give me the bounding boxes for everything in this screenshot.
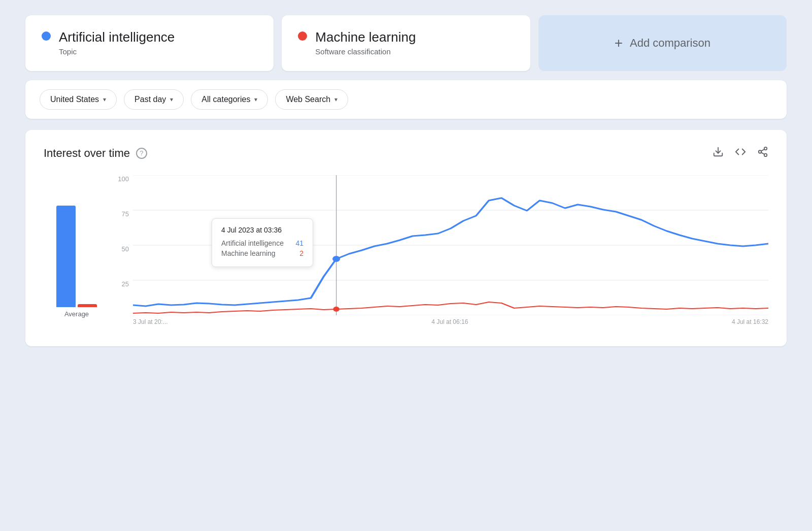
tooltip-ai-label: Artificial intelligence	[221, 239, 284, 247]
chart-title-row: Interest over time ?	[44, 147, 147, 160]
y-label-100: 100	[118, 175, 129, 183]
time-filter[interactable]: Past day ▾	[124, 89, 184, 110]
ai-term-sub: Topic	[59, 47, 175, 56]
time-chevron-icon: ▾	[170, 96, 173, 103]
y-label-75: 75	[122, 210, 129, 218]
line-chart-right: 100 75 50 25	[110, 175, 768, 327]
term-card-ai: Artificial intelligence Topic	[25, 15, 274, 71]
top-cards: Artificial intelligence Topic Machine le…	[25, 15, 787, 71]
tooltip-ai-row: Artificial intelligence 41	[221, 239, 303, 247]
filters-bar: United States ▾ Past day ▾ All categorie…	[25, 80, 787, 119]
chart-title: Interest over time	[44, 147, 130, 160]
svg-line-4	[761, 152, 764, 154]
tooltip-ml-label: Machine learning	[221, 249, 276, 257]
bar-label: Average	[64, 310, 89, 318]
x-label-mid: 4 Jul at 06:16	[431, 318, 468, 325]
chart-actions	[713, 146, 768, 160]
bar-wrap	[56, 175, 97, 307]
x-label-end: 4 Jul at 16:32	[732, 318, 768, 325]
term-card-ml: Machine learning Software classification	[282, 15, 530, 71]
ai-dot	[42, 31, 51, 41]
ml-term-name: Machine learning	[315, 29, 416, 45]
ml-term-info: Machine learning Software classification	[315, 29, 416, 56]
tooltip-ml-row: Machine learning 2	[221, 249, 303, 257]
share-icon[interactable]	[757, 146, 768, 160]
search-type-label: Web Search	[286, 95, 330, 104]
y-axis-labels: 100 75 50 25	[110, 175, 133, 315]
category-label: All categories	[201, 95, 250, 104]
ml-line	[133, 302, 768, 313]
ai-tooltip-dot	[332, 256, 340, 262]
tooltip-ml-value: 2	[299, 249, 303, 257]
search-type-filter[interactable]: Web Search ▾	[275, 89, 348, 110]
svg-line-5	[761, 149, 764, 151]
tooltip-date: 4 Jul 2023 at 03:36	[221, 226, 303, 234]
time-label: Past day	[134, 95, 166, 104]
chart-plot: 4 Jul 2023 at 03:36 Artificial intellige…	[133, 175, 768, 315]
bar-ai	[56, 206, 76, 307]
chart-area: Average 100 75 50 25	[44, 175, 768, 330]
bar-ml	[78, 304, 97, 307]
region-label: United States	[50, 95, 99, 104]
ai-term-name: Artificial intelligence	[59, 29, 175, 45]
category-chevron-icon: ▾	[254, 96, 257, 103]
region-filter[interactable]: United States ▾	[40, 89, 117, 110]
help-icon[interactable]: ?	[136, 148, 147, 159]
tooltip-box: 4 Jul 2023 at 03:36 Artificial intellige…	[212, 218, 313, 267]
region-chevron-icon: ▾	[103, 96, 106, 103]
embed-icon[interactable]	[735, 146, 746, 160]
bar-chart-left: Average	[44, 175, 110, 330]
x-axis-labels: 3 Jul at 20:... 4 Jul at 06:16 4 Jul at …	[133, 316, 768, 327]
y-label-25: 25	[122, 280, 129, 288]
x-label-start: 3 Jul at 20:...	[133, 318, 168, 325]
tooltip-ai-value: 41	[295, 239, 303, 247]
chart-header: Interest over time ?	[44, 146, 768, 160]
ml-term-sub: Software classification	[315, 47, 416, 56]
add-comparison-card[interactable]: + Add comparison	[538, 15, 787, 71]
plus-icon: +	[615, 35, 623, 51]
ml-tooltip-dot	[333, 307, 340, 312]
download-icon[interactable]	[713, 146, 724, 160]
category-filter[interactable]: All categories ▾	[191, 89, 268, 110]
add-comparison-label: Add comparison	[630, 37, 710, 50]
ai-term-info: Artificial intelligence Topic	[59, 29, 175, 56]
ml-dot	[298, 31, 307, 41]
chart-card: Interest over time ?	[25, 130, 787, 346]
y-label-50: 50	[122, 245, 129, 253]
search-type-chevron-icon: ▾	[334, 96, 337, 103]
